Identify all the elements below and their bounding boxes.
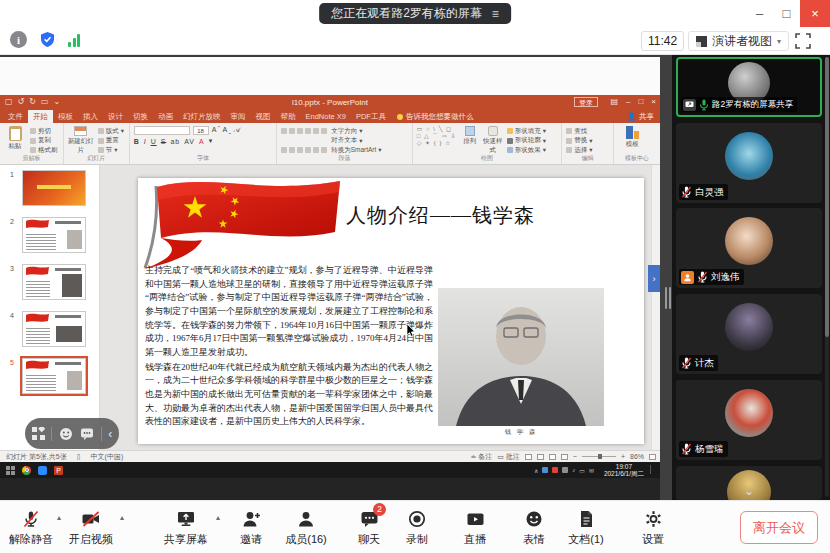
share-screen-button[interactable]: 共享屏幕 [157,508,215,547]
quick-styles-button: 快速样式 [483,126,503,155]
banner-menu-icon[interactable]: ≡ [492,7,499,21]
comments-toggle: ▭ 批注 [497,452,520,462]
sidebar-scrollbar-thumb[interactable] [825,57,829,337]
start-video-button[interactable]: 开启视频 [62,508,120,547]
live-stream-button[interactable]: 直播 [446,508,504,547]
security-shield-icon[interactable] [39,31,56,48]
participant-tile[interactable]: 杨雪瑞 [676,380,822,460]
smiley-icon [524,509,544,529]
mic-muted-icon [697,271,708,283]
view-mode-button[interactable]: 演讲者视图 ▾ [688,31,789,51]
participant-name: 白灵强 [695,186,724,199]
emoji-button[interactable]: 表情 [505,508,563,547]
ppt-tab-review: 审阅 [226,110,251,123]
members-button[interactable]: 成员(16) [277,508,335,547]
ribbon-group-font: 18 A ̑ A ̬ 𝒜 B I U S abAV A▾ 字体 [130,123,278,164]
ppt-tab-help: 帮助 [276,110,301,123]
apps-grid-icon[interactable] [32,427,45,440]
ppt-ribbon-tabs: 文件 开始 模板 插入 设计 切换 动画 幻灯片放映 审阅 视图 帮助 EndN… [0,110,660,123]
slide-thumbnail-1: 1 [22,170,86,206]
meeting-overlay-pill: ‹ [25,418,119,449]
ppt-share-button: 👤 共享 [627,110,654,123]
ppt-window-controls: ▤ – □ × [610,97,656,106]
layout-icon [696,36,707,47]
participant-sidebar: 路2罗有栋的屏幕共享 白灵强 [672,55,830,500]
share-options-caret[interactable]: ▴ [216,513,220,522]
close-button[interactable]: × [800,0,830,27]
paste-button: 粘贴 [4,126,26,155]
fullscreen-icon[interactable] [794,32,812,50]
video-options-caret[interactable]: ▴ [120,513,124,522]
mic-muted-icon [21,509,41,529]
photo-caption: 钱 学 森 [438,428,604,437]
ppt-ribbon: 粘贴 剪切 复制 格式刷 剪贴板 新建幻灯片 [0,123,660,165]
avatar [725,217,773,265]
mouse-cursor [406,324,415,337]
viewing-banner: 您正在观看路2罗有栋的屏幕 ≡ [319,3,511,24]
settings-button[interactable]: 设置 [624,508,682,547]
document-icon [577,509,595,529]
fit-window-icon [649,454,656,460]
ppt-close-icon: × [651,97,656,106]
current-slide: 人物介绍——钱学森 主持完成了“喷气和火箭技术的建立”规划，参与了近程导弹、中近… [138,178,644,444]
mic-options-caret[interactable]: ▴ [57,513,61,522]
participant-tile-sharer[interactable]: 路2罗有栋的屏幕共享 [676,57,822,117]
powerpoint-window: ▢ ↺ ↻ ▭ ⌄ l10.pptx - PowerPoint 登录 ▤ – □… [0,95,660,462]
chat-bubble-icon[interactable] [80,427,94,441]
next-slide-arrow: › [648,265,660,292]
collapse-pill-icon[interactable]: ‹ [108,427,112,441]
ppt-login-button: 登录 [574,97,598,107]
ppt-tab-file: 文件 [3,110,28,123]
participant-tile-partial[interactable]: ⌄ [676,466,822,500]
chat-unread-badge: 2 [373,503,386,516]
ppt-window-title: l10.pptx - PowerPoint [0,98,660,107]
avatar [725,303,773,351]
font-name-box [134,126,190,135]
ppt-tab-animations: 动画 [153,110,178,123]
maximize-button[interactable]: □ [773,0,800,27]
shapes-gallery: ▭ ○ \ ╲ ◻□ △ ⌒ ⇨ ⇩◇ ✦ { } ☆ [417,126,457,155]
ppt-titlebar: ▢ ↺ ↻ ▭ ⌄ l10.pptx - PowerPoint 登录 ▤ – □… [0,95,660,110]
participant-tile[interactable]: 刘逸伟 [676,208,822,288]
ppt-tab-transitions: 切换 [128,110,153,123]
zoom-level: 86% [630,453,644,460]
mic-muted-icon [681,357,692,369]
ppt-status-bar: 幻灯片 第5张,共5张 ▯ 中文(中国) ≐ 备注 ▭ 批注 − + 86% [0,450,660,462]
record-button[interactable]: 录制 [388,508,446,547]
meeting-toolbar: i 11:42 演讲者视图 ▾ [0,27,830,55]
lightbulb-icon [397,114,403,120]
zoom-in-icon: + [621,453,625,460]
font-size-box: 18 [193,126,209,135]
info-icon[interactable]: i [10,31,27,48]
leave-meeting-button[interactable]: 离开会议 [740,511,818,544]
notification-area [650,465,658,474]
network-signal-icon[interactable] [68,33,80,47]
emoji-reaction-icon[interactable] [59,427,73,441]
unmute-button[interactable]: 解除静音 [2,508,60,547]
slide-thumbnail-panel: 1 2 3 4 [0,165,100,450]
participant-tile[interactable]: 白灵强 [676,123,822,203]
ppt-maximize-icon: □ [638,97,643,106]
ppt-minimize-icon: – [626,97,630,106]
mic-muted-icon [681,186,692,198]
docs-button[interactable]: 文档(1) [557,508,615,547]
ribbon-group-editing: 查找 替换 ▾ 选择 ▾ 编辑 [562,123,614,164]
powerpoint-taskbar-icon: P [54,466,63,475]
mic-muted-icon [681,443,692,455]
slide-scrollbar [651,165,660,450]
minimize-button[interactable]: – [746,0,773,27]
chrome-icon [22,466,31,475]
slide-editing-area: 人物介绍——钱学森 主持完成了“喷气和火箭技术的建立”规划，参与了近程导弹、中近… [100,165,660,450]
ppt-tab-slideshow: 幻灯片放映 [178,110,226,123]
ribbon-group-slides: 新建幻灯片 版式 ▾ 重置 节 ▾ 幻灯片 [64,123,130,164]
gear-icon [643,509,664,529]
meeting-time: 11:42 [641,31,684,51]
reading-view-icon [549,454,556,460]
participant-tile[interactable]: 计杰 [676,294,822,374]
slide-thumbnail-4: 4 [22,311,86,347]
new-slide-button: 新建幻灯片 [68,126,94,155]
sidebar-resize-handle[interactable] [665,287,671,309]
invite-button[interactable]: 邀请 [222,508,280,547]
ribbon-group-template: 模板 模板中心 [614,123,660,164]
scroll-more-chevron-icon[interactable]: ⌄ [744,484,754,498]
